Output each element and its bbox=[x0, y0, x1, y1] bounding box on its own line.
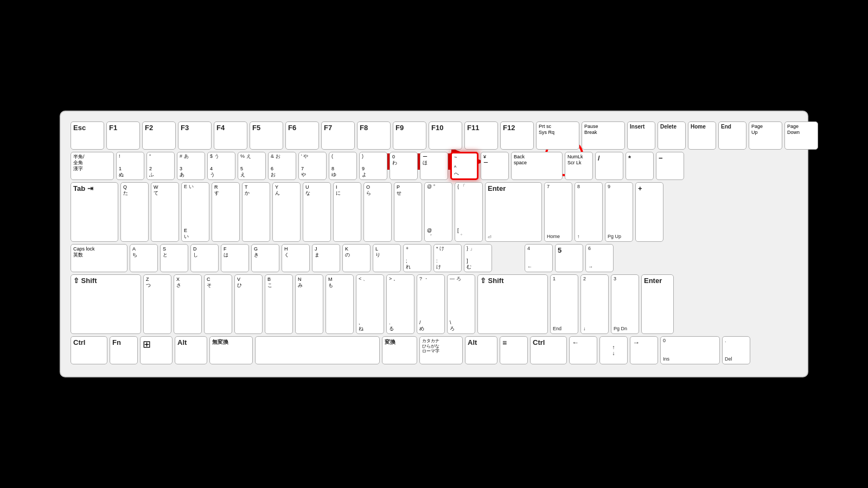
key-hankaku[interactable]: 半角/全角漢字 bbox=[71, 152, 114, 180]
key-shift-right[interactable]: ⇧ Shift bbox=[477, 274, 548, 334]
key-3[interactable]: # あ 3あ bbox=[177, 152, 205, 180]
key-i[interactable]: Iに bbox=[333, 182, 361, 242]
key-f5[interactable]: F5 bbox=[250, 121, 283, 150]
key-r[interactable]: Rす bbox=[212, 182, 240, 242]
key-o[interactable]: Oら bbox=[363, 182, 392, 242]
key-num1[interactable]: 1 End bbox=[550, 274, 578, 334]
key-insert[interactable]: Insert bbox=[627, 121, 655, 150]
key-f6[interactable]: F6 bbox=[285, 121, 319, 150]
key-f2[interactable]: F2 bbox=[142, 121, 176, 150]
key-f11[interactable]: F11 bbox=[464, 121, 498, 150]
key-a[interactable]: Aち bbox=[130, 244, 158, 272]
key-arrow-right[interactable]: → bbox=[630, 336, 658, 364]
key-semicolon[interactable]: + ;れ bbox=[403, 244, 431, 272]
key-0[interactable]: 0わ bbox=[390, 152, 418, 180]
key-e[interactable]: E い Eい bbox=[181, 182, 209, 242]
key-9[interactable]: ) 9よ bbox=[359, 152, 387, 180]
key-alt-left[interactable]: Alt bbox=[175, 336, 207, 364]
key-num-minus[interactable]: − bbox=[656, 152, 684, 180]
key-f3[interactable]: F3 bbox=[178, 121, 212, 150]
key-y[interactable]: Yん bbox=[272, 182, 301, 242]
key-m[interactable]: Mも bbox=[326, 274, 354, 334]
key-pagedown[interactable]: PageDown bbox=[784, 121, 818, 150]
key-1[interactable]: ! 1ぬ bbox=[116, 152, 144, 180]
key-pageup[interactable]: PageUp bbox=[749, 121, 782, 150]
key-comma[interactable]: < 、 ,ね bbox=[356, 274, 384, 334]
key-num6[interactable]: 6 → bbox=[585, 244, 614, 272]
key-num4[interactable]: 4 ← bbox=[525, 244, 553, 272]
key-f9[interactable]: F9 bbox=[393, 121, 426, 150]
key-f7[interactable]: F7 bbox=[321, 121, 355, 150]
key-enter[interactable]: Enter ⏎ bbox=[485, 182, 542, 242]
key-6[interactable]: & お 6お bbox=[268, 152, 296, 180]
key-t[interactable]: Tか bbox=[242, 182, 270, 242]
key-num8[interactable]: 8 ↑ bbox=[575, 182, 603, 242]
key-numlk[interactable]: NumLkScr Lk bbox=[565, 152, 593, 180]
key-b[interactable]: Bこ bbox=[265, 274, 293, 334]
key-l[interactable]: Lり bbox=[373, 244, 401, 272]
key-w[interactable]: Wて bbox=[151, 182, 179, 242]
key-num-decimal[interactable]: . Del bbox=[722, 336, 750, 364]
key-f1[interactable]: F1 bbox=[106, 121, 140, 150]
key-num-slash[interactable]: / bbox=[595, 152, 623, 180]
key-f10[interactable]: F10 bbox=[429, 121, 462, 150]
key-pause[interactable]: PauseBreak bbox=[582, 121, 625, 150]
key-bracket-close[interactable]: } 」 ]む bbox=[464, 244, 492, 272]
key-ctrl-left[interactable]: Ctrl bbox=[71, 336, 107, 364]
key-u[interactable]: Uな bbox=[303, 182, 331, 242]
key-v[interactable]: Vひ bbox=[234, 274, 263, 334]
key-home[interactable]: Home bbox=[688, 121, 716, 150]
key-p[interactable]: Pせ bbox=[394, 182, 422, 242]
key-bracket-open[interactable]: { 「 [゜ bbox=[455, 182, 483, 242]
key-z[interactable]: Zつ bbox=[143, 274, 171, 334]
key-period[interactable]: > 。 .る bbox=[386, 274, 414, 334]
key-g[interactable]: Gき bbox=[251, 244, 279, 272]
key-x[interactable]: Xさ bbox=[174, 274, 202, 334]
key-henkan[interactable]: 変換 bbox=[382, 336, 417, 364]
key-yen[interactable]: ¥ー bbox=[481, 152, 509, 180]
key-alt-right[interactable]: Alt bbox=[465, 336, 497, 364]
key-tab[interactable]: Tab ⇥ bbox=[71, 182, 118, 242]
key-n[interactable]: Nみ bbox=[295, 274, 323, 334]
key-num9[interactable]: 9 Pg Up bbox=[605, 182, 633, 242]
key-num-plus[interactable]: + bbox=[635, 182, 663, 242]
key-num7[interactable]: 7 Home bbox=[544, 182, 572, 242]
key-backslash[interactable]: — ろ \ろ bbox=[447, 274, 475, 334]
key-shift-left[interactable]: ⇧ Shift bbox=[71, 274, 141, 334]
key-fn[interactable]: Fn bbox=[110, 336, 138, 364]
key-k[interactable]: Kの bbox=[342, 244, 371, 272]
key-capslock[interactable]: Caps lock英数 bbox=[71, 244, 127, 272]
key-num-asterisk[interactable]: * bbox=[626, 152, 654, 180]
key-8[interactable]: ( 8ゆ bbox=[329, 152, 357, 180]
key-num2[interactable]: 2 ↓ bbox=[580, 274, 609, 334]
key-minus[interactable]: ーほ bbox=[420, 152, 448, 180]
key-backspace[interactable]: Backspace bbox=[511, 152, 563, 180]
key-5[interactable]: % え 5え bbox=[238, 152, 266, 180]
key-s[interactable]: Sと bbox=[160, 244, 188, 272]
key-q[interactable]: Qた bbox=[120, 182, 149, 242]
key-delete[interactable]: Delete bbox=[658, 121, 686, 150]
key-colon[interactable]: * け :け bbox=[433, 244, 462, 272]
key-end[interactable]: End bbox=[718, 121, 746, 150]
key-2[interactable]: " 2ふ bbox=[146, 152, 175, 180]
key-num3[interactable]: 3 Pg Dn bbox=[611, 274, 639, 334]
key-h[interactable]: Hく bbox=[282, 244, 310, 272]
key-f8[interactable]: F8 bbox=[357, 121, 391, 150]
key-d[interactable]: Dし bbox=[190, 244, 219, 272]
key-7[interactable]: ' や 7や bbox=[298, 152, 327, 180]
key-caret[interactable]: ~ ^へ bbox=[450, 152, 478, 180]
key-prtsc[interactable]: Prt scSys Rq bbox=[536, 121, 579, 150]
key-arrow-left[interactable]: ← bbox=[569, 336, 597, 364]
key-at[interactable]: @ ° @゛ bbox=[424, 182, 452, 242]
key-4[interactable]: $ う 4う bbox=[207, 152, 235, 180]
key-num5[interactable]: 5 bbox=[555, 244, 583, 272]
key-j[interactable]: Jま bbox=[312, 244, 340, 272]
key-menu[interactable]: ≡ bbox=[500, 336, 528, 364]
key-slash[interactable]: ? ・ /め bbox=[417, 274, 445, 334]
key-space[interactable] bbox=[255, 336, 380, 364]
key-f12[interactable]: F12 bbox=[500, 121, 534, 150]
key-ctrl-right[interactable]: Ctrl bbox=[530, 336, 567, 364]
key-f4[interactable]: F4 bbox=[214, 121, 247, 150]
key-arrow-updown[interactable]: ↑ ↓ bbox=[599, 336, 628, 364]
key-win[interactable]: ⊞ bbox=[140, 336, 173, 364]
